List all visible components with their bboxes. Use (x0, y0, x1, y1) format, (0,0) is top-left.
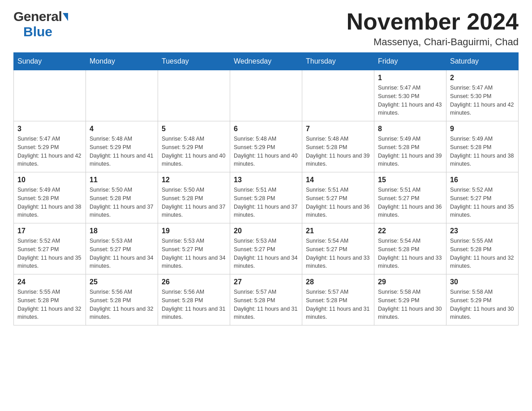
weekday-header-monday: Monday (86, 53, 158, 70)
calendar-cell (14, 70, 86, 121)
day-number: 22 (378, 227, 442, 235)
calendar-cell: 2Sunrise: 5:47 AM Sunset: 5:30 PM Daylig… (446, 70, 519, 121)
day-number: 7 (306, 125, 370, 133)
day-info: Sunrise: 5:51 AM Sunset: 5:28 PM Dayligh… (234, 186, 298, 219)
day-number: 29 (378, 278, 442, 286)
day-number: 4 (90, 125, 154, 133)
day-number: 18 (90, 227, 154, 235)
day-number: 28 (306, 278, 370, 286)
day-info: Sunrise: 5:58 AM Sunset: 5:29 PM Dayligh… (378, 288, 442, 321)
calendar-cell: 13Sunrise: 5:51 AM Sunset: 5:28 PM Dayli… (230, 172, 302, 223)
day-info: Sunrise: 5:56 AM Sunset: 5:28 PM Dayligh… (90, 288, 154, 321)
day-number: 9 (450, 125, 515, 133)
day-info: Sunrise: 5:48 AM Sunset: 5:29 PM Dayligh… (162, 135, 226, 168)
day-number: 10 (17, 176, 82, 184)
day-info: Sunrise: 5:50 AM Sunset: 5:28 PM Dayligh… (90, 186, 154, 219)
calendar-cell: 1Sunrise: 5:47 AM Sunset: 5:30 PM Daylig… (374, 70, 446, 121)
day-info: Sunrise: 5:50 AM Sunset: 5:28 PM Dayligh… (162, 186, 226, 219)
calendar-cell: 15Sunrise: 5:51 AM Sunset: 5:27 PM Dayli… (374, 172, 446, 223)
day-number: 17 (17, 227, 82, 235)
title-section: November 2024 Massenya, Chari-Baguirmi, … (347, 9, 519, 48)
calendar-table: SundayMondayTuesdayWednesdayThursdayFrid… (13, 52, 519, 325)
weekday-header-tuesday: Tuesday (158, 53, 230, 70)
day-number: 16 (450, 176, 515, 184)
day-info: Sunrise: 5:52 AM Sunset: 5:27 PM Dayligh… (450, 186, 515, 219)
day-info: Sunrise: 5:54 AM Sunset: 5:27 PM Dayligh… (306, 237, 370, 270)
day-info: Sunrise: 5:55 AM Sunset: 5:28 PM Dayligh… (450, 237, 515, 270)
calendar-cell: 6Sunrise: 5:48 AM Sunset: 5:29 PM Daylig… (230, 121, 302, 172)
month-year-title: November 2024 (347, 9, 519, 34)
page-header: General Blue November 2024 Massenya, Cha… (13, 9, 519, 48)
calendar-week-row: 3Sunrise: 5:47 AM Sunset: 5:29 PM Daylig… (14, 121, 519, 172)
calendar-cell: 4Sunrise: 5:48 AM Sunset: 5:29 PM Daylig… (86, 121, 158, 172)
calendar-cell: 10Sunrise: 5:49 AM Sunset: 5:28 PM Dayli… (14, 172, 86, 223)
day-number: 23 (450, 227, 515, 235)
day-number: 27 (234, 278, 298, 286)
day-info: Sunrise: 5:48 AM Sunset: 5:29 PM Dayligh… (234, 135, 298, 168)
day-number: 3 (17, 125, 82, 133)
day-number: 19 (162, 227, 226, 235)
calendar-cell: 5Sunrise: 5:48 AM Sunset: 5:29 PM Daylig… (158, 121, 230, 172)
calendar-week-row: 1Sunrise: 5:47 AM Sunset: 5:30 PM Daylig… (14, 70, 519, 121)
weekday-header-row: SundayMondayTuesdayWednesdayThursdayFrid… (14, 53, 519, 70)
calendar-cell: 22Sunrise: 5:54 AM Sunset: 5:28 PM Dayli… (374, 223, 446, 274)
calendar-cell: 19Sunrise: 5:53 AM Sunset: 5:27 PM Dayli… (158, 223, 230, 274)
calendar-week-row: 10Sunrise: 5:49 AM Sunset: 5:28 PM Dayli… (14, 172, 519, 223)
logo-blue-text: Blue (23, 24, 52, 39)
calendar-cell (230, 70, 302, 121)
day-number: 5 (162, 125, 226, 133)
day-number: 24 (17, 278, 82, 286)
day-info: Sunrise: 5:54 AM Sunset: 5:28 PM Dayligh… (378, 237, 442, 270)
calendar-cell: 17Sunrise: 5:52 AM Sunset: 5:27 PM Dayli… (14, 223, 86, 274)
day-info: Sunrise: 5:58 AM Sunset: 5:29 PM Dayligh… (450, 288, 515, 321)
calendar-cell (158, 70, 230, 121)
calendar-cell: 21Sunrise: 5:54 AM Sunset: 5:27 PM Dayli… (302, 223, 374, 274)
calendar-cell: 26Sunrise: 5:56 AM Sunset: 5:28 PM Dayli… (158, 274, 230, 325)
weekday-header-sunday: Sunday (14, 53, 86, 70)
weekday-header-friday: Friday (374, 53, 446, 70)
day-info: Sunrise: 5:48 AM Sunset: 5:28 PM Dayligh… (306, 135, 370, 168)
calendar-cell: 29Sunrise: 5:58 AM Sunset: 5:29 PM Dayli… (374, 274, 446, 325)
day-info: Sunrise: 5:49 AM Sunset: 5:28 PM Dayligh… (17, 186, 82, 219)
calendar-cell: 27Sunrise: 5:57 AM Sunset: 5:28 PM Dayli… (230, 274, 302, 325)
calendar-cell: 30Sunrise: 5:58 AM Sunset: 5:29 PM Dayli… (446, 274, 519, 325)
calendar-cell: 23Sunrise: 5:55 AM Sunset: 5:28 PM Dayli… (446, 223, 519, 274)
day-number: 26 (162, 278, 226, 286)
day-number: 1 (378, 74, 442, 82)
calendar-cell (86, 70, 158, 121)
day-number: 20 (234, 227, 298, 235)
calendar-cell: 18Sunrise: 5:53 AM Sunset: 5:27 PM Dayli… (86, 223, 158, 274)
weekday-header-saturday: Saturday (446, 53, 519, 70)
calendar-cell (302, 70, 374, 121)
day-number: 6 (234, 125, 298, 133)
day-number: 11 (90, 176, 154, 184)
day-info: Sunrise: 5:56 AM Sunset: 5:28 PM Dayligh… (162, 288, 226, 321)
day-number: 8 (378, 125, 442, 133)
calendar-cell: 14Sunrise: 5:51 AM Sunset: 5:27 PM Dayli… (302, 172, 374, 223)
calendar-week-row: 24Sunrise: 5:55 AM Sunset: 5:28 PM Dayli… (14, 274, 519, 325)
day-info: Sunrise: 5:52 AM Sunset: 5:27 PM Dayligh… (17, 237, 82, 270)
calendar-cell: 25Sunrise: 5:56 AM Sunset: 5:28 PM Dayli… (86, 274, 158, 325)
day-number: 13 (234, 176, 298, 184)
calendar-week-row: 17Sunrise: 5:52 AM Sunset: 5:27 PM Dayli… (14, 223, 519, 274)
calendar-cell: 7Sunrise: 5:48 AM Sunset: 5:28 PM Daylig… (302, 121, 374, 172)
calendar-cell: 8Sunrise: 5:49 AM Sunset: 5:28 PM Daylig… (374, 121, 446, 172)
day-info: Sunrise: 5:48 AM Sunset: 5:29 PM Dayligh… (90, 135, 154, 168)
day-info: Sunrise: 5:49 AM Sunset: 5:28 PM Dayligh… (378, 135, 442, 168)
day-info: Sunrise: 5:57 AM Sunset: 5:28 PM Dayligh… (234, 288, 298, 321)
location-subtitle: Massenya, Chari-Baguirmi, Chad (347, 36, 519, 48)
calendar-cell: 12Sunrise: 5:50 AM Sunset: 5:28 PM Dayli… (158, 172, 230, 223)
day-info: Sunrise: 5:51 AM Sunset: 5:27 PM Dayligh… (306, 186, 370, 219)
day-info: Sunrise: 5:53 AM Sunset: 5:27 PM Dayligh… (162, 237, 226, 270)
logo-arrow-icon (63, 13, 68, 21)
day-info: Sunrise: 5:51 AM Sunset: 5:27 PM Dayligh… (378, 186, 442, 219)
day-number: 12 (162, 176, 226, 184)
day-info: Sunrise: 5:55 AM Sunset: 5:28 PM Dayligh… (17, 288, 82, 321)
day-info: Sunrise: 5:47 AM Sunset: 5:30 PM Dayligh… (378, 84, 442, 117)
day-info: Sunrise: 5:49 AM Sunset: 5:28 PM Dayligh… (450, 135, 515, 168)
day-info: Sunrise: 5:57 AM Sunset: 5:28 PM Dayligh… (306, 288, 370, 321)
logo: General Blue (13, 9, 68, 39)
day-number: 21 (306, 227, 370, 235)
day-info: Sunrise: 5:47 AM Sunset: 5:30 PM Dayligh… (450, 84, 515, 117)
calendar-cell: 28Sunrise: 5:57 AM Sunset: 5:28 PM Dayli… (302, 274, 374, 325)
